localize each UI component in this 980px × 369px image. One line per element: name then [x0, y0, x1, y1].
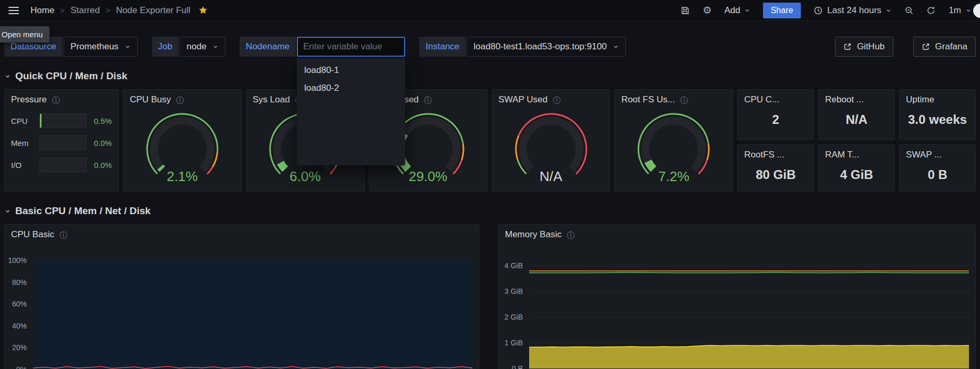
gauge-value: N/A	[492, 168, 610, 185]
datasource-value-dropdown[interactable]: Prometheus	[64, 37, 138, 57]
stat-value: 80 GiB	[738, 167, 813, 182]
stat-value: 2	[738, 112, 813, 127]
y-tick-label: 20%	[12, 343, 27, 352]
menu-toggle-button[interactable]	[8, 7, 19, 14]
panel-title[interactable]: CPU Busy	[130, 94, 171, 105]
info-icon[interactable]: ⓘ	[59, 231, 67, 239]
favorite-star-icon[interactable]	[198, 5, 208, 15]
pressure-bar-gauge	[39, 113, 87, 128]
chevron-down-icon	[125, 44, 131, 50]
instance-label[interactable]: Instance	[419, 37, 466, 57]
info-icon[interactable]: ⓘ	[176, 96, 184, 104]
panel-title[interactable]: CPU Basic	[11, 229, 54, 240]
panel-title[interactable]: SWAP Used	[499, 94, 548, 105]
pressure-row-mem: Mem 0.0%	[11, 135, 112, 150]
stat-column-2: Reboot ... N/A RAM T... 4 GiB	[818, 89, 895, 192]
panel-title[interactable]: CPU C...	[744, 94, 779, 105]
instance-value: load80-test1.load53-ops.top:9100	[473, 41, 606, 52]
nodename-label[interactable]: Nodename	[240, 37, 296, 57]
breadcrumb-starred[interactable]: Starred	[70, 5, 100, 16]
refresh-icon[interactable]	[926, 6, 936, 15]
user-avatar[interactable]	[973, 4, 980, 18]
panel-title[interactable]: Uptime	[906, 94, 934, 105]
info-icon[interactable]: ⓘ	[567, 231, 575, 239]
breadcrumb-home[interactable]: Home	[30, 5, 54, 16]
refresh-interval-label: 1m	[948, 5, 961, 16]
stat-value: 3.0 weeks	[900, 112, 975, 127]
info-icon[interactable]: ⓘ	[680, 96, 688, 104]
top-navigation: Home > Starred > Node Exporter Full ⚙ Ad…	[0, 0, 980, 21]
panel-title[interactable]: SWAP ...	[906, 150, 942, 160]
stat-value: 4 GiB	[819, 167, 894, 182]
grafana-link-button[interactable]: Grafana	[913, 37, 976, 57]
breadcrumb-separator-icon: >	[60, 6, 65, 15]
quick-panels-row: Pressure ⓘ CPU 0.5% Mem 0.0% I/O 0.0%	[4, 89, 976, 192]
cpu-basic-chart	[33, 260, 472, 369]
job-value: node	[187, 41, 207, 52]
y-tick-label: 0%	[16, 365, 27, 369]
panel-cpu-busy: CPU Busy ⓘ 2.1%	[123, 89, 242, 192]
dashboard-settings-gear-icon[interactable]: ⚙	[703, 5, 711, 15]
topnav-actions: ⚙ Add Share Last 24 hours 1m	[680, 3, 972, 18]
panel-title[interactable]: Pressure	[11, 94, 47, 105]
variable-job: Job node	[152, 37, 225, 57]
zoom-out-time-icon[interactable]	[904, 6, 914, 15]
chevron-down-icon	[212, 44, 219, 50]
section-quick-cpu-mem-disk[interactable]: Quick CPU / Mem / Disk	[4, 70, 976, 82]
cpu-y-axis-labels: 100% 80% 60% 40% 20% 0%	[5, 260, 31, 369]
time-range-picker[interactable]: Last 24 hours	[813, 5, 892, 16]
instance-value-dropdown[interactable]: load80-test1.load53-ops.top:9100	[467, 37, 625, 57]
y-tick-label: 80%	[12, 278, 27, 287]
chevron-down-icon	[744, 7, 750, 14]
panel-rootfs-total: RootFS ... 80 GiB	[737, 144, 814, 192]
dropdown-option-load80-1[interactable]: load80-1	[297, 61, 405, 79]
panel-title[interactable]: Memory Basic	[505, 229, 562, 240]
share-button[interactable]: Share	[763, 3, 801, 18]
dashboard-page: Datasource Prometheus Job node Nodename …	[0, 37, 980, 369]
add-button[interactable]: Add	[724, 5, 750, 16]
job-value-dropdown[interactable]: node	[180, 37, 225, 57]
panel-memory-basic: Memory Basic ⓘ 4 GiB 3 GiB 2 GiB 1 GiB 0…	[498, 224, 976, 369]
info-icon[interactable]: ⓘ	[424, 96, 432, 104]
refresh-interval-picker[interactable]: 1m	[948, 5, 972, 16]
stat-value: 0 B	[900, 167, 975, 182]
gauge-value: 6.0%	[246, 168, 364, 185]
panel-title[interactable]: RAM T...	[825, 150, 859, 160]
stat-column-3: Uptime 3.0 weeks SWAP ... 0 B	[899, 89, 976, 192]
panel-title[interactable]: Sys Load	[253, 94, 290, 105]
save-dashboard-icon[interactable]	[680, 6, 690, 15]
open-menu-tooltip: Open menu	[0, 26, 49, 43]
panel-title[interactable]: Root FS Us...	[621, 94, 675, 105]
external-link-icon	[922, 43, 930, 51]
panel-title[interactable]: RootFS ...	[744, 150, 785, 160]
cpu-basic-plot	[33, 260, 472, 369]
datasource-value: Prometheus	[70, 41, 119, 52]
panel-root-fs-used: Root FS Us... ⓘ 7.2%	[614, 89, 733, 192]
github-link-button[interactable]: GitHub	[835, 37, 893, 57]
info-icon[interactable]: ⓘ	[553, 96, 561, 104]
pressure-label: CPU	[11, 117, 34, 125]
chevron-down-icon	[885, 7, 892, 14]
section-title: Quick CPU / Mem / Disk	[15, 70, 127, 82]
panel-swap-used: SWAP Used ⓘ N/A	[492, 89, 611, 192]
memory-basic-chart	[529, 266, 969, 368]
variable-instance: Instance load80-test1.load53-ops.top:910…	[419, 37, 626, 57]
clock-icon	[813, 6, 823, 15]
breadcrumb-current: Node Exporter Full	[116, 5, 191, 16]
job-label[interactable]: Job	[152, 37, 179, 57]
panel-title[interactable]: Reboot ...	[825, 94, 864, 105]
chevron-down-icon	[965, 7, 972, 14]
panel-cpu-basic: CPU Basic ⓘ 100% 80% 60% 40% 20% 0%	[4, 224, 479, 369]
gauge-value: 2.1%	[123, 168, 241, 185]
section-basic-cpu-mem-net-disk[interactable]: Basic CPU / Mem / Net / Disk	[4, 205, 976, 217]
pressure-label: I/O	[11, 161, 34, 170]
dropdown-option-load80-2[interactable]: load80-2	[297, 79, 405, 97]
y-tick-label: 100%	[8, 256, 27, 265]
y-tick-label: 2 GiB	[504, 312, 523, 322]
time-range-label: Last 24 hours	[827, 5, 881, 16]
pressure-row-cpu: CPU 0.5%	[11, 113, 112, 128]
info-icon[interactable]: ⓘ	[52, 96, 60, 104]
panel-ram-total: RAM T... 4 GiB	[818, 144, 895, 192]
nodename-input[interactable]	[297, 37, 405, 57]
panel-swap-total: SWAP ... 0 B	[899, 144, 976, 192]
